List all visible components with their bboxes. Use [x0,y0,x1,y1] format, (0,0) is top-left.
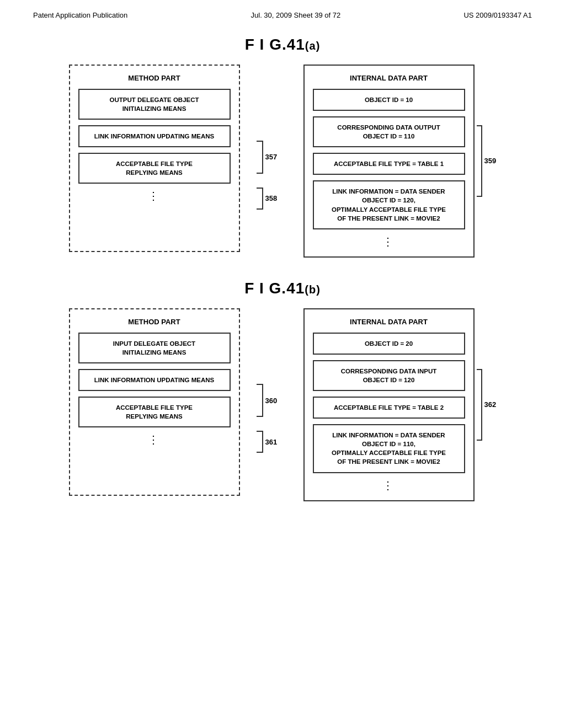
internal-data-part-b: INTERNAL DATA PART OBJECT ID = 20 CORRES… [303,308,475,501]
method-part-b: METHOD PART INPUT DELEGATE OBJECTINITIAL… [69,308,240,496]
connectors-a: 357 358 [257,65,287,241]
figure-41b-title: F I G.41(b) [33,280,532,297]
connector-b-361: 361 [257,431,278,453]
method-part-a-dots: ⋮ [78,189,231,202]
figure-41b: F I G.41(b) METHOD PART INPUT DELEGATE O… [33,280,532,501]
internal-data-part-a-dots: ⋮ [313,235,465,248]
connector-a-358-label: 358 [265,194,278,202]
connector-b-360: 360 [257,384,278,417]
method-item-a-0: OUTPUT DELEGATE OBJECTINITIALIZING MEANS [78,89,231,120]
internal-data-part-b-title: INTERNAL DATA PART [313,318,465,326]
internal-item-a-2: ACCEPTABLE FILE TYPE = TABLE 1 [313,153,465,175]
header-right: US 2009/0193347 A1 [463,11,532,19]
internal-item-a-0: OBJECT ID = 10 [313,89,465,111]
connectors-b: 360 361 [257,308,287,485]
method-part-b-dots: ⋮ [78,433,231,446]
internal-item-a-1: CORRESPONDING DATA OUTPUTOBJECT ID = 110 [313,116,465,147]
internal-data-part-b-dots: ⋮ [313,479,465,492]
internal-data-part-a-wrapper: INTERNAL DATA PART OBJECT ID = 10 CORRES… [303,65,497,258]
method-item-a-2: ACCEPTABLE FILE TYPEREPLYING MEANS [78,153,231,184]
figure-41a: F I G.41(a) METHOD PART OUTPUT DELEGATE … [33,36,532,258]
bracket-359: 359 [475,65,497,258]
diagram-41b-wrapper: METHOD PART INPUT DELEGATE OBJECTINITIAL… [33,308,532,501]
method-item-b-2: ACCEPTABLE FILE TYPEREPLYING MEANS [78,397,231,427]
internal-data-part-b-wrapper: INTERNAL DATA PART OBJECT ID = 20 CORRES… [303,308,497,501]
page-header: Patent Application Publication Jul. 30, … [33,11,532,19]
internal-data-part-a: INTERNAL DATA PART OBJECT ID = 10 CORRES… [303,65,475,258]
internal-item-a-3: LINK INFORMATION = DATA SENDEROBJECT ID … [313,180,465,229]
internal-data-part-a-title: INTERNAL DATA PART [313,74,465,82]
connector-a-357-label: 357 [265,153,278,161]
method-part-b-title: METHOD PART [78,318,231,326]
connector-b-360-label: 360 [265,397,278,405]
page: Patent Application Publication Jul. 30, … [0,0,565,728]
method-item-a-1: LINK INFORMATION UPDATING MEANS [78,125,231,147]
internal-item-b-3: LINK INFORMATION = DATA SENDEROBJECT ID … [313,424,465,473]
internal-item-b-1: CORRESPONDING DATA INPUTOBJECT ID = 120 [313,360,465,391]
header-left: Patent Application Publication [33,11,127,19]
bracket-359-label: 359 [484,157,497,165]
figure-41a-title: F I G.41(a) [33,36,532,53]
method-part-a-title: METHOD PART [78,74,231,82]
method-item-b-0: INPUT DELEGATE OBJECTINITIALIZING MEANS [78,333,231,363]
method-part-a: METHOD PART OUTPUT DELEGATE OBJECTINITIA… [69,65,240,252]
connector-a-358: 358 [257,188,278,210]
bracket-362: 362 [475,308,497,501]
connector-a-357: 357 [257,141,278,174]
diagram-41a-wrapper: METHOD PART OUTPUT DELEGATE OBJECTINITIA… [33,65,532,258]
internal-item-b-0: OBJECT ID = 20 [313,333,465,355]
method-item-b-1: LINK INFORMATION UPDATING MEANS [78,369,231,391]
internal-item-b-2: ACCEPTABLE FILE TYPE = TABLE 2 [313,397,465,419]
connector-b-361-label: 361 [265,438,278,446]
bracket-362-label: 362 [484,400,497,409]
header-middle: Jul. 30, 2009 Sheet 39 of 72 [251,11,341,19]
